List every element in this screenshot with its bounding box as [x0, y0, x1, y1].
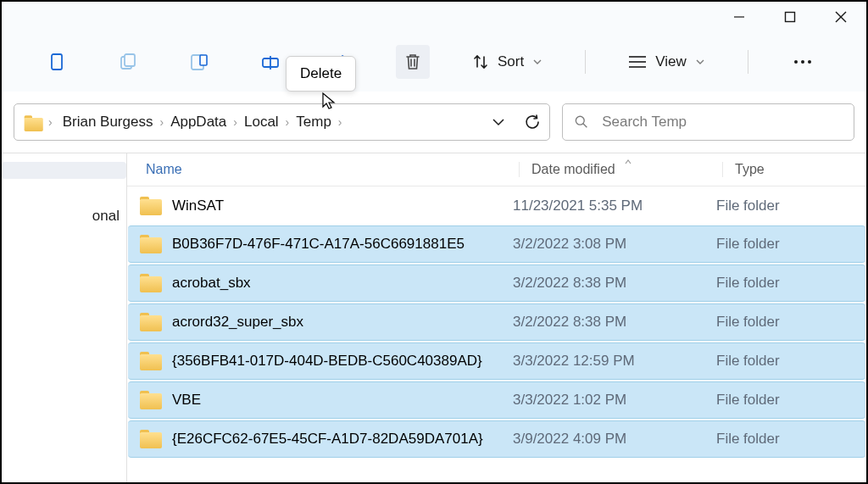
refresh-icon[interactable]	[524, 114, 541, 131]
file-name: B0B36F7D-476F-471C-A17A-56C6691881E5	[172, 236, 465, 253]
view-label: View	[655, 53, 687, 70]
paste-icon	[189, 52, 209, 72]
file-row[interactable]: acrobat_sbx 3/2/2022 8:38 PM File folder	[128, 264, 865, 302]
view-button[interactable]: View	[623, 45, 710, 79]
content-body: onal Name Date modified Type WinSAT 11/2…	[2, 153, 866, 482]
breadcrumb-item[interactable]: Brian Burgess	[59, 110, 157, 134]
file-type-cell: File folder	[716, 275, 865, 292]
command-toolbar: Sort View Delete	[2, 32, 866, 92]
svg-point-15	[801, 60, 804, 64]
rename-icon	[260, 52, 281, 72]
file-rows-container: WinSAT 11/23/2021 5:35 PM File folder B0…	[127, 187, 866, 458]
folder-icon	[140, 235, 162, 253]
breadcrumb-separator: ›	[45, 115, 56, 129]
file-date-cell: 3/2/2022 8:38 PM	[513, 314, 716, 331]
sort-button[interactable]: Sort	[467, 45, 548, 79]
sort-label: Sort	[498, 53, 524, 70]
file-type-cell: File folder	[716, 353, 865, 370]
folder-icon	[140, 313, 162, 331]
column-header-name[interactable]: Name	[146, 162, 519, 177]
view-icon	[628, 54, 647, 70]
breadcrumb-separator: ›	[156, 115, 167, 129]
svg-rect-6	[125, 54, 135, 66]
search-icon	[575, 114, 588, 130]
delete-icon	[403, 52, 422, 72]
breadcrumb-separator: ›	[282, 115, 293, 129]
maximize-button[interactable]	[765, 2, 815, 32]
breadcrumb-item[interactable]: Local	[241, 110, 282, 134]
folder-icon	[140, 391, 162, 409]
file-type-cell: File folder	[716, 392, 865, 409]
file-date-cell: 3/3/2022 1:02 PM	[513, 392, 716, 409]
svg-rect-1	[786, 13, 795, 22]
file-name-cell: VBE	[140, 391, 513, 409]
folder-icon	[140, 274, 162, 292]
more-button[interactable]	[786, 45, 820, 79]
search-box[interactable]	[562, 103, 854, 141]
sidebar-item[interactable]	[2, 162, 126, 179]
column-header-type[interactable]: Type	[722, 162, 866, 177]
file-name-cell: {E26CFC62-67E5-45CF-A1D7-82DA59DA701A}	[140, 430, 513, 448]
column-header-date[interactable]: Date modified	[519, 162, 722, 177]
breadcrumb-item[interactable]: AppData	[167, 110, 230, 134]
file-date-cell: 3/2/2022 8:38 PM	[513, 275, 716, 292]
paste-button[interactable]	[182, 45, 216, 79]
file-row[interactable]: VBE 3/3/2022 1:02 PM File folder	[128, 381, 865, 419]
file-date-cell: 3/3/2022 12:59 PM	[513, 353, 716, 370]
breadcrumb-separator: ›	[230, 115, 241, 129]
file-list-pane: Name Date modified Type WinSAT 11/23/202…	[127, 153, 866, 482]
address-bar[interactable]: › Brian Burgess›AppData›Local›Temp›	[14, 103, 550, 141]
file-name: WinSAT	[172, 197, 224, 214]
toolbar-separator	[585, 50, 586, 74]
file-row[interactable]: {E26CFC62-67E5-45CF-A1D7-82DA59DA701A} 3…	[128, 420, 865, 458]
close-button[interactable]	[815, 2, 866, 32]
file-type-cell: File folder	[716, 431, 865, 448]
file-type-cell: File folder	[716, 236, 865, 253]
folder-icon	[140, 352, 162, 370]
chevron-down-icon	[532, 57, 542, 67]
file-name-cell: {356BFB41-017D-404D-BEDB-C560C40389AD}	[140, 352, 513, 370]
file-type-cell: File folder	[716, 314, 865, 331]
file-name: VBE	[172, 392, 201, 409]
svg-line-18	[583, 124, 587, 127]
copy-button[interactable]	[111, 45, 145, 79]
address-search-area: › Brian Burgess›AppData›Local›Temp›	[2, 92, 866, 153]
folder-icon	[140, 197, 162, 215]
file-date-cell: 3/2/2022 3:08 PM	[513, 236, 716, 253]
sort-icon	[472, 53, 489, 70]
sidebar-item[interactable]: onal	[2, 182, 126, 233]
breadcrumb-item[interactable]: Temp	[292, 110, 335, 134]
toolbar-separator	[748, 50, 748, 74]
file-row[interactable]: B0B36F7D-476F-471C-A17A-56C6691881E5 3/2…	[128, 225, 865, 263]
file-row[interactable]: WinSAT 11/23/2021 5:35 PM File folder	[128, 187, 865, 225]
chevron-down-icon[interactable]	[492, 115, 505, 129]
file-date-cell: 11/23/2021 5:35 PM	[513, 197, 716, 214]
file-row[interactable]: acrord32_super_sbx 3/2/2022 8:38 PM File…	[128, 303, 865, 341]
svg-rect-4	[52, 54, 62, 70]
breadcrumb-separator: ›	[335, 115, 346, 129]
folder-icon	[140, 430, 162, 448]
file-name-cell: acrord32_super_sbx	[140, 313, 513, 331]
column-headers: Name Date modified Type	[127, 153, 866, 186]
cut-icon	[47, 52, 66, 72]
file-name: {356BFB41-017D-404D-BEDB-C560C40389AD}	[172, 353, 482, 370]
file-date-cell: 3/9/2022 4:09 PM	[513, 431, 716, 448]
delete-button[interactable]	[396, 45, 430, 79]
copy-icon	[118, 52, 138, 72]
rename-button[interactable]	[253, 45, 287, 79]
navigation-sidebar[interactable]: onal	[2, 153, 127, 482]
minimize-button[interactable]	[714, 2, 765, 32]
file-name: {E26CFC62-67E5-45CF-A1D7-82DA59DA701A}	[172, 431, 483, 448]
file-name: acrord32_super_sbx	[172, 314, 303, 331]
folder-icon	[25, 115, 41, 128]
svg-point-16	[808, 60, 811, 64]
chevron-down-icon	[695, 57, 705, 67]
more-icon	[793, 59, 812, 64]
file-row[interactable]: {356BFB41-017D-404D-BEDB-C560C40389AD} 3…	[128, 342, 865, 380]
file-name-cell: acrobat_sbx	[140, 274, 513, 292]
delete-tooltip: Delete	[286, 56, 356, 92]
svg-point-14	[794, 60, 798, 64]
search-input[interactable]	[602, 114, 842, 131]
close-icon	[835, 11, 847, 23]
cut-button[interactable]	[40, 45, 74, 79]
